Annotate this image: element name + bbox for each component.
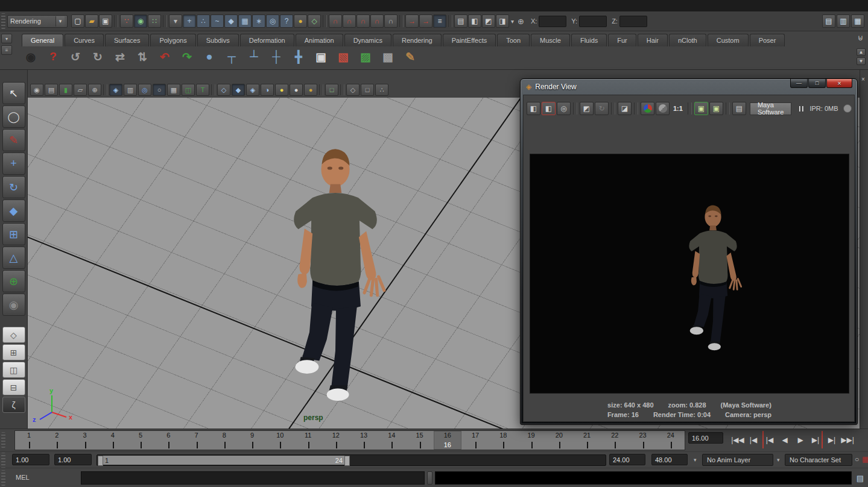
ambient-light-icon[interactable]: ● — [304, 84, 317, 96]
selection-target-icon[interactable]: ⊕ — [518, 17, 524, 26]
select-component-icon[interactable]: ∷ — [148, 14, 161, 28]
rv-menu-display[interactable] — [580, 98, 590, 99]
select-hierarchy-icon[interactable]: ∵ — [120, 14, 133, 28]
maximize-button[interactable]: □ — [808, 79, 826, 88]
last-tool-used[interactable]: ◉ — [2, 294, 25, 316]
timeline-frame[interactable]: 5 — [127, 431, 154, 450]
character-model[interactable] — [272, 143, 399, 403]
shelf-tab-poser[interactable]: Poser — [750, 34, 785, 46]
open-render-settings-icon[interactable]: ▤ — [732, 102, 746, 115]
rgb-channels-icon[interactable] — [641, 102, 654, 115]
select-tool[interactable]: ↖ — [2, 82, 25, 104]
undo-icon[interactable]: ↶ — [156, 48, 174, 66]
timeline-frame[interactable]: 6 — [154, 431, 182, 450]
menu-set-selector[interactable]: Rendering ▾ — [7, 15, 68, 28]
new-scene-icon[interactable]: ▢ — [71, 14, 84, 28]
shelf-tab-fluids[interactable]: Fluids — [571, 34, 607, 46]
field-chart-icon[interactable]: ▦ — [167, 84, 180, 96]
default-light-icon[interactable]: ● — [275, 84, 288, 96]
timeline-frame[interactable]: 23 — [629, 431, 657, 450]
auto-keyframe-icon[interactable]: ▦ — [862, 455, 868, 463]
select-surface-shelf-icon[interactable]: ▨ — [356, 48, 375, 66]
shelf-scroll-down-icon[interactable]: ▼ — [857, 57, 866, 65]
timeline-frame[interactable]: 14 — [378, 431, 405, 450]
help-icon[interactable]: ? — [44, 48, 62, 66]
viewport-toolbar-icon[interactable] — [340, 84, 344, 95]
remove-image-icon[interactable]: ▣ — [709, 102, 723, 115]
panel-menu-shading[interactable] — [45, 71, 55, 74]
snap-mode-menu-icon[interactable]: ▾ — [169, 14, 182, 28]
shelf-tab-rendering[interactable]: Rendering — [393, 34, 442, 46]
output-connections-icon[interactable]: → — [419, 14, 432, 28]
highlight-selection-icon[interactable]: ◇ — [308, 14, 321, 28]
mask-rendering-icon[interactable]: ◎ — [266, 14, 279, 28]
rendered-image[interactable] — [530, 154, 849, 394]
show-manipulator-tool[interactable]: ⊕ — [2, 270, 25, 292]
film-gate-icon[interactable]: ▥ — [124, 84, 137, 96]
shelf-tab-custom[interactable]: Custom — [708, 34, 749, 46]
minimize-button[interactable]: — — [790, 79, 808, 88]
command-line-grip[interactable] — [1, 470, 5, 486]
current-time-input[interactable] — [688, 432, 723, 444]
camera-roll-icon[interactable]: ↻ — [89, 48, 107, 66]
status-icon[interactable] — [399, 15, 404, 27]
panel-menu-view[interactable] — [31, 71, 42, 74]
isolate-select-icon[interactable]: □ — [325, 84, 338, 96]
render-current-frame-icon[interactable]: ◧ — [468, 14, 481, 28]
unparent-icon[interactable]: ╋ — [290, 48, 308, 66]
status-icon[interactable] — [163, 15, 167, 27]
chevron-down-icon[interactable]: ▾ — [511, 18, 514, 25]
grid-toggle-icon[interactable]: ◈ — [109, 84, 122, 96]
render-icon[interactable]: ◧ — [527, 102, 540, 115]
snap-to-view-planes-icon[interactable]: ∩ — [370, 14, 384, 28]
status-icon[interactable] — [114, 15, 118, 27]
camera-dolly-icon[interactable]: ⇅ — [133, 48, 151, 66]
timeline-frame[interactable]: 1 — [15, 431, 43, 450]
character-set-selector[interactable]: No Character Set — [785, 454, 852, 466]
y-coord-input[interactable] — [579, 16, 607, 27]
render-view-titlebar[interactable]: ◈ Render View — □ × — [521, 79, 857, 95]
rotate-tool[interactable]: ↻ — [2, 176, 25, 198]
z-coord-input[interactable] — [619, 16, 647, 27]
mask-curves-icon[interactable]: ~ — [211, 14, 224, 28]
render-view-toolbar-icon[interactable] — [688, 102, 692, 115]
camera-track-icon[interactable]: ⇄ — [111, 48, 129, 66]
mask-deformations-icon[interactable]: ▦ — [238, 14, 252, 28]
safe-title-icon[interactable]: T — [196, 84, 209, 96]
command-language-toggle[interactable]: MEL — [16, 474, 30, 481]
image-plane-icon[interactable]: ▱ — [74, 84, 87, 96]
close-button[interactable]: × — [826, 79, 852, 88]
status-icon[interactable] — [323, 15, 327, 27]
shelf-scroll-up-icon[interactable]: ▲ — [857, 48, 866, 56]
timeline-frame[interactable]: 24 — [657, 431, 685, 450]
resolution-gate-icon[interactable]: ◎ — [138, 84, 151, 96]
mask-points-icon[interactable]: ∴ — [197, 14, 210, 28]
alpha-channel-icon[interactable] — [656, 102, 670, 115]
timeline-frame[interactable]: 3 — [71, 431, 99, 450]
chevron-down-icon[interactable]: ▾ — [694, 457, 697, 463]
mask-dynamics-icon[interactable]: ∗ — [252, 14, 265, 28]
rv-menu-ipr[interactable] — [559, 98, 568, 99]
rv-menu-file[interactable] — [526, 98, 536, 99]
animation-start-input[interactable] — [12, 454, 49, 465]
panel-menu-lighting[interactable] — [58, 71, 69, 74]
timeline-frame[interactable]: 9 — [238, 431, 266, 450]
range-grip[interactable] — [1, 453, 5, 468]
parent-icon[interactable]: ┼ — [267, 48, 285, 66]
timeline-frame[interactable]: 10 — [266, 431, 294, 450]
playblast-icon[interactable]: ◉ — [22, 48, 40, 66]
range-slider-track[interactable]: 1 24 — [97, 454, 606, 466]
select-camera-icon[interactable]: ◉ — [30, 84, 43, 96]
paint-select-tool[interactable]: ✎ — [2, 129, 25, 151]
panel-menu-panels[interactable] — [98, 71, 109, 74]
gate-mask-icon[interactable]: ○ — [153, 84, 166, 96]
shelf-tab-painteffects[interactable]: PaintEffects — [443, 34, 496, 46]
delete-icon[interactable]: ● — [200, 48, 218, 66]
shaded-mode-icon[interactable]: ◆ — [232, 84, 245, 96]
close-icon[interactable]: × — [861, 76, 865, 83]
trash-icon[interactable]: ⊎ — [857, 33, 863, 42]
x-coord-input[interactable] — [539, 16, 566, 27]
shelf-tab-toon[interactable]: Toon — [497, 34, 530, 46]
channel-box-icon[interactable]: ▦ — [851, 14, 864, 28]
render-view-toolbar-icon[interactable] — [573, 102, 577, 115]
